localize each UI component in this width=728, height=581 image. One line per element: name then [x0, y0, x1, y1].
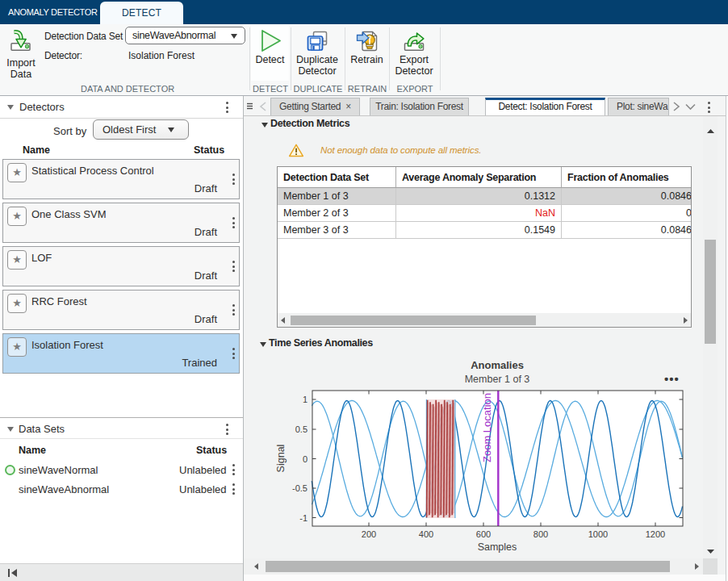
svg-text:800: 800 — [533, 529, 548, 539]
svg-text:200: 200 — [362, 529, 376, 539]
svg-text:Zoom Location: Zoom Location — [481, 393, 493, 462]
svg-text:0.5: 0.5 — [295, 424, 308, 434]
svg-text:1200: 1200 — [646, 529, 665, 539]
svg-text:-1: -1 — [299, 513, 308, 523]
svg-text:Signal: Signal — [275, 445, 287, 473]
svg-text:400: 400 — [419, 529, 433, 539]
svg-text:1000: 1000 — [588, 529, 608, 539]
svg-text:0: 0 — [303, 454, 308, 464]
svg-text:-0.5: -0.5 — [292, 483, 308, 493]
svg-text:1: 1 — [303, 395, 308, 404]
svg-text:Samples: Samples — [478, 541, 517, 553]
svg-text:600: 600 — [476, 529, 491, 539]
